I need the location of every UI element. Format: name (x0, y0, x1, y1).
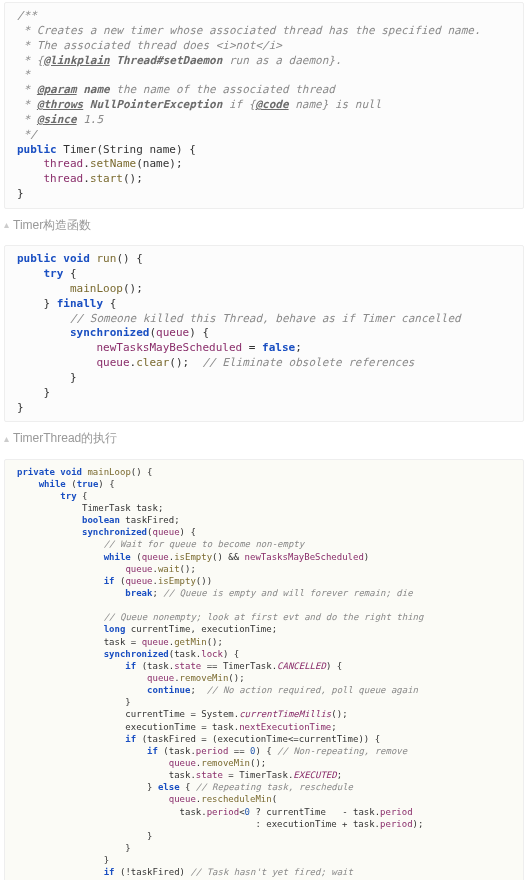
code-line: break; // Queue is empty and will foreve… (17, 588, 413, 598)
code-line: } (17, 386, 50, 399)
code-line: queue.wait(); (17, 564, 196, 574)
code-line: } (17, 371, 77, 384)
code-line: task = queue.getMin(); (17, 637, 223, 647)
code-line: try { (17, 491, 87, 501)
caret-icon: ▴ (4, 432, 9, 446)
code-line: long currentTime, executionTime; (17, 624, 277, 634)
caption-text: TimerThread的执行 (13, 430, 117, 446)
caret-icon: ▴ (4, 218, 9, 232)
code-line: } (17, 855, 109, 865)
code-line: if (task.state == TimerTask.CANCELLED) { (17, 661, 342, 671)
code-block-timerthread-run: public void run() { try { mainLoop(); } … (4, 245, 524, 422)
code-line: } (17, 843, 131, 853)
code-line: private void mainLoop() { (17, 467, 153, 477)
code-line: queue.removeMin(); (17, 758, 266, 768)
code-line: if (task.period == 0) { // Non-repeating… (17, 746, 407, 756)
code-line: boolean taskFired; (17, 515, 180, 525)
code-line: if (taskFired = (executionTime<=currentT… (17, 734, 380, 744)
code-line: continue; // No action required, poll qu… (17, 685, 418, 695)
code-line: newTasksMayBeScheduled = false; (17, 341, 302, 354)
javadoc-line: * Creates a new timer whose associated t… (17, 24, 481, 37)
javadoc-line: * @throws NullPointerException if {@code… (17, 98, 381, 111)
javadoc-line: /** (17, 9, 37, 22)
code-line: // Someone killed this Thread, behave as… (17, 312, 461, 325)
code-line: } (17, 697, 131, 707)
javadoc-line: * @since 1.5 (17, 113, 103, 126)
code-line: task.state = TimerTask.EXECUTED; (17, 770, 342, 780)
caption-timerthread-run: ▴ TimerThread的执行 (0, 424, 528, 456)
code-line: executionTime = task.nextExecutionTime; (17, 722, 337, 732)
caption-timer-constructor: ▴ Timer构造函数 (0, 211, 528, 243)
javadoc-line: * (17, 68, 30, 81)
code-line: thread.start(); (17, 172, 143, 185)
code-line: synchronized(queue) { (17, 326, 209, 339)
code-line: task.period<0 ? currentTime - task.perio… (17, 807, 413, 817)
code-line: } (17, 831, 152, 841)
code-line: while (true) { (17, 479, 115, 489)
code-line: while (queue.isEmpty() && newTasksMayBeS… (17, 552, 369, 562)
code-line: currentTime = System.currentTimeMillis()… (17, 709, 348, 719)
javadoc-line: * The associated thread does <i>not</i> (17, 39, 282, 52)
code-line: } finally { (17, 297, 116, 310)
code-line: } else { // Repeating task, reschedule (17, 782, 353, 792)
code-line: public Timer(String name) { (17, 143, 196, 156)
caption-text: Timer构造函数 (13, 217, 91, 233)
code-line: synchronized(queue) { (17, 527, 196, 537)
code-line: synchronized(task.lock) { (17, 649, 239, 659)
code-line: } (17, 401, 24, 414)
code-line: queue.removeMin(); (17, 673, 245, 683)
code-line: TimerTask task; (17, 503, 163, 513)
code-line: } (17, 187, 24, 200)
code-block-timer-constructor: /** * Creates a new timer whose associat… (4, 2, 524, 209)
code-line: // Wait for queue to become non-empty (17, 539, 304, 549)
javadoc-line: */ (17, 128, 37, 141)
code-line: public void run() { (17, 252, 143, 265)
code-line: if (!taskFired) // Task hasn't yet fired… (17, 867, 353, 877)
javadoc-line: * @param name the name of the associated… (17, 83, 335, 96)
code-line: queue.clear(); // Eliminate obsolete ref… (17, 356, 414, 369)
code-line: // Queue nonempty; look at first evt and… (17, 612, 423, 622)
code-line: queue.rescheduleMin( (17, 794, 277, 804)
code-line: : executionTime + task.period); (17, 819, 423, 829)
code-line: mainLoop(); (17, 282, 143, 295)
code-line: try { (17, 267, 77, 280)
code-block-mainloop: private void mainLoop() { while (true) {… (4, 459, 524, 880)
javadoc-line: * {@linkplain Thread#setDaemon run as a … (17, 54, 342, 67)
code-line: if (queue.isEmpty()) (17, 576, 212, 586)
code-line: thread.setName(name); (17, 157, 183, 170)
